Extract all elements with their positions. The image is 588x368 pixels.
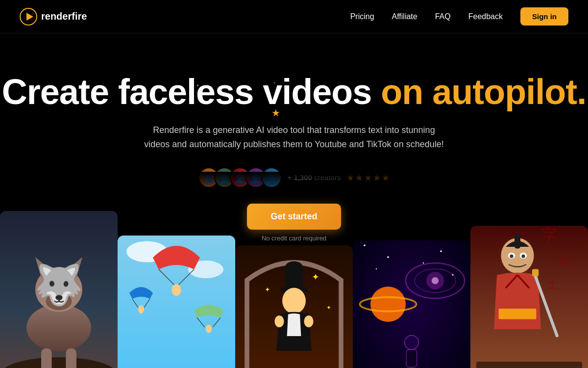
svg-point-62 <box>521 255 525 258</box>
svg-point-9 <box>48 283 54 290</box>
svg-point-29 <box>285 262 303 273</box>
avatar: 👤 <box>261 167 282 188</box>
social-proof: 👤 👤 👤 👤 👤 + 1,300 creators ★ ★ ★ ★ ★ <box>198 167 390 188</box>
nav-pricing[interactable]: Pricing <box>350 12 374 21</box>
hero-title: Create faceless videos on autopilot. <box>2 73 586 111</box>
navbar: renderfire Pricing Affiliate FAQ Feedbac… <box>0 0 588 33</box>
svg-point-32 <box>304 315 313 327</box>
svg-point-49 <box>370 287 406 322</box>
svg-point-43 <box>423 263 424 263</box>
svg-point-5 <box>35 267 82 312</box>
logo-icon <box>20 8 37 26</box>
hero-section: Create faceless videos on autopilot. Ren… <box>0 33 588 242</box>
logo-text: renderfire <box>41 11 87 22</box>
svg-point-25 <box>206 325 212 333</box>
signin-button[interactable]: Sign in <box>520 7 568 26</box>
star-decoration: ★ <box>271 107 280 119</box>
hero-subtitle: Renderfire is a generative AI video tool… <box>144 123 443 152</box>
hero-subtitle-line2: videos and automatically publishes them … <box>144 139 443 149</box>
star-4: ★ <box>373 172 381 183</box>
no-credit-card-text: No credit card required <box>262 235 326 242</box>
star-3: ★ <box>364 172 372 183</box>
star-1: ★ <box>346 172 354 183</box>
svg-point-10 <box>63 283 70 290</box>
svg-point-44 <box>387 256 389 258</box>
svg-point-22 <box>138 305 144 314</box>
svg-text:✦: ✦ <box>326 304 331 311</box>
nav-links: Pricing Affiliate FAQ Feedback Sign in <box>350 7 568 26</box>
svg-rect-65 <box>532 269 539 276</box>
svg-rect-14 <box>41 348 52 368</box>
hero-title-accent: on autopilot. <box>381 72 586 111</box>
svg-point-30 <box>282 288 306 314</box>
svg-point-48 <box>432 277 439 284</box>
get-started-button[interactable]: Get started <box>247 204 341 230</box>
star-2: ★ <box>355 172 363 183</box>
hero-subtitle-line1: Renderfire is a generative AI video tool… <box>153 125 435 135</box>
svg-point-13 <box>54 294 63 300</box>
svg-text:武: 武 <box>559 253 571 267</box>
svg-rect-52 <box>406 349 417 367</box>
svg-rect-63 <box>499 309 537 319</box>
video-card-space <box>353 240 470 368</box>
video-card-parachute <box>118 236 235 368</box>
nav-feedback[interactable]: Feedback <box>468 12 503 21</box>
svg-point-37 <box>364 244 366 246</box>
nav-faq[interactable]: FAQ <box>435 12 451 21</box>
nav-affiliate[interactable]: Affiliate <box>392 12 417 21</box>
dot-decoration-2: ✦ <box>273 81 276 84</box>
svg-point-61 <box>510 255 513 258</box>
logo[interactable]: renderfire <box>20 8 87 26</box>
svg-text:✦: ✦ <box>312 272 319 282</box>
svg-point-12 <box>65 286 69 289</box>
svg-point-51 <box>405 336 419 350</box>
svg-point-39 <box>440 250 442 252</box>
svg-text:✦: ✦ <box>265 286 270 293</box>
star-rating: ★ ★ ★ ★ ★ <box>346 172 390 183</box>
svg-point-11 <box>50 286 53 289</box>
avatar-group: 👤 👤 👤 👤 👤 <box>198 167 282 188</box>
dot-decoration-1: ✦ <box>196 83 199 88</box>
creators-count: + 1,300 creators <box>288 173 341 182</box>
svg-point-8 <box>46 292 72 310</box>
video-card-magician: ✦ ✦ ✦ <box>235 245 353 368</box>
hero-title-start: Create faceless videos <box>2 72 381 111</box>
svg-point-31 <box>274 315 284 327</box>
svg-point-19 <box>172 284 181 296</box>
svg-marker-1 <box>26 13 33 21</box>
svg-text:士: 士 <box>547 277 559 290</box>
video-card-samurai: 字 武 士 W <box>470 226 588 368</box>
svg-rect-66 <box>476 362 582 368</box>
svg-point-41 <box>376 268 377 269</box>
star-5: ★ <box>382 172 390 183</box>
svg-rect-15 <box>66 348 76 368</box>
